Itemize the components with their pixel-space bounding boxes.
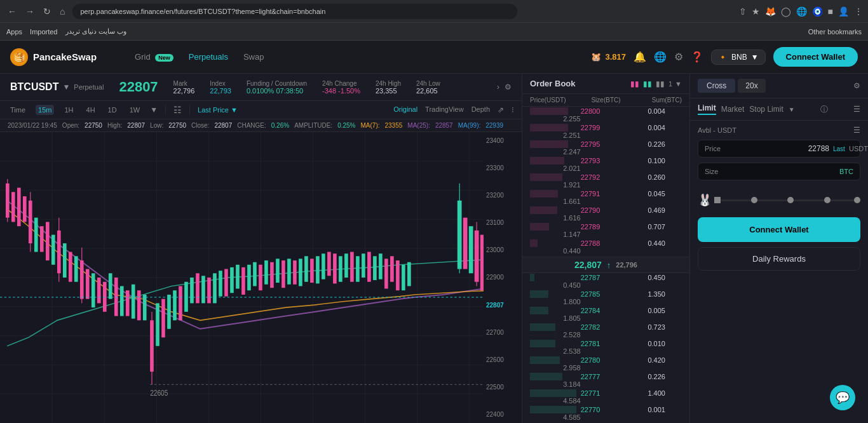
cross-margin-btn[interactable]: Cross [698,79,735,93]
sell-order-row[interactable]: 22790 0.469 1.616 [522,206,689,222]
timeframe-15m[interactable]: 15m [36,105,54,115]
pair-selector[interactable]: BTCUSDT ▼ Perpetual [10,81,104,93]
logo[interactable]: 🥞 PancakeSwap [10,48,97,66]
limit-tab[interactable]: Limit [698,104,716,115]
sell-order-row[interactable]: 22791 0.045 1.661 [522,189,689,206]
address-bar[interactable]: perp.pancakeswap.finance/en/futures/BTCU… [72,4,517,19]
slider-thumb-25[interactable] [751,197,757,203]
ob-view2-icon[interactable]: ▮▮ [643,79,652,88]
farsi-bookmark[interactable]: وب سایت دنیای تریدر [65,27,126,36]
score-value: 3.817 [605,52,626,62]
view-original[interactable]: Original [393,105,417,114]
other-bookmarks[interactable]: Other bookmarks [808,28,862,36]
nav-swap[interactable]: Swap [243,52,264,62]
layout-icon[interactable]: ■ [828,6,833,17]
slider-thumb-75[interactable] [824,197,831,203]
view-tradingview[interactable]: TradingView [425,105,464,114]
connect-wallet-header-button[interactable]: Connect Wallet [773,47,858,67]
menu-icon[interactable]: ⋮ [854,6,863,17]
stop-limit-tab[interactable]: Stop Limit [749,105,783,114]
buy-order-row[interactable]: 22770 0.001 4.585 [522,405,689,422]
ob-view1-icon[interactable]: ▮▮ [630,79,639,88]
slider-thumb-100[interactable] [854,197,860,203]
timeframe-1d[interactable]: 1D [105,105,119,115]
price-input[interactable] [734,144,829,153]
order-type-chevron[interactable]: ▼ [789,106,795,113]
chart-area[interactable]: 22605 [0,132,522,423]
sell-order-row[interactable]: 22800 0.004 2.255 [522,107,689,123]
buy-order-row[interactable]: 22785 1.350 1.800 [522,290,689,306]
expand-chart-icon[interactable]: ⇗ [498,105,504,114]
buy-order-row[interactable]: 22787 0.450 0.450 [522,273,689,290]
chat-button[interactable]: 💬 [830,385,855,410]
ob-view3-icon[interactable]: ▮▮ [656,79,665,88]
bnb-selector[interactable]: 🔸 BNB ▼ [711,50,766,65]
size-input[interactable] [734,167,831,176]
chrome-icon[interactable]: ◯ [781,6,791,17]
settings-icon[interactable]: ⚙ [674,51,683,63]
daily-rewards-button[interactable]: Daily Rewards [698,247,860,271]
buy-order-row[interactable]: 22780 0.420 2.958 [522,356,689,372]
buy-order-row[interactable]: 22777 0.226 3.184 [522,372,689,389]
avbl-label: Avbl - USDT [698,126,736,134]
slider-thumb-0[interactable] [714,197,721,203]
star-icon[interactable]: ★ [752,6,760,17]
back-btn[interactable]: ← [5,5,19,18]
buy-order-row[interactable]: 22784 0.005 1.805 [522,306,689,323]
refresh-btn[interactable]: ↻ [41,5,53,18]
timeframe-4h[interactable]: 4H [84,105,98,115]
leverage-slider[interactable]: 🐰 [698,193,860,207]
puzzle-icon[interactable]: 🧿 [812,6,823,17]
sell-order-row[interactable]: 22788 0.440 0.440 [522,239,689,255]
order-info-icon[interactable]: ⓘ [820,104,828,115]
trading-settings-icon[interactable]: ⚙ [853,81,860,90]
timeframe-1w[interactable]: 1W [127,105,143,115]
change-label: CHANGE: [237,122,266,129]
order-extra-icon[interactable]: ☰ [853,105,860,114]
forward-btn[interactable]: → [23,5,37,18]
fox-icon[interactable]: 🦊 [765,6,776,17]
imported-bookmark[interactable]: Imported [30,28,57,36]
buy-order-row[interactable]: 22771 1.400 4.584 [522,389,689,405]
bell-icon[interactable]: 🔔 [634,51,646,63]
globe-nav-icon[interactable]: 🌐 [654,51,667,63]
ob-selector[interactable]: 1 ▼ [668,80,682,88]
svg-rect-84 [344,253,348,278]
svg-rect-59 [201,276,205,303]
help-icon[interactable]: ❓ [691,51,703,63]
buy-order-row[interactable]: 22781 0.010 2.538 [522,339,689,356]
connect-wallet-trade-button[interactable]: Connect Wallet [698,217,860,242]
ticker-expand-icon[interactable]: › [497,83,499,91]
chart-type-icon[interactable]: ☷ [173,105,182,115]
last-price-btn[interactable]: Last Price ▼ [198,106,238,114]
chart-toolbar: Time 15m 1H 4H 1D 1W ▼ ☷ Last Price ▼ Or… [0,101,522,119]
slider-track[interactable] [714,199,860,201]
avatar-icon[interactable]: 👤 [838,6,849,17]
buy-order-row[interactable]: 22782 0.723 2.528 [522,323,689,339]
leverage-btn[interactable]: 20x [738,79,765,93]
svg-rect-40 [109,273,112,299]
share-icon[interactable]: ⇧ [739,6,747,17]
slider-thumb-50[interactable] [787,197,794,203]
ticker-settings-icon[interactable]: ⚙ [505,83,512,91]
home-btn[interactable]: ⌂ [57,5,67,18]
sell-order-row[interactable]: 22792 0.260 1.921 [522,173,689,189]
sell-order-row[interactable]: 22795 0.226 2.247 [522,140,689,156]
ma25-label: MA(25): [407,122,430,129]
avbl-icon[interactable]: ☰ [853,126,860,135]
globe-icon[interactable]: 🌐 [796,6,807,17]
timeframe-1h[interactable]: 1H [62,105,76,115]
sell-order-row[interactable]: 22799 0.004 2.251 [522,123,689,140]
apps-bookmark[interactable]: Apps [6,28,22,36]
nav-grid[interactable]: Grid New [135,52,173,62]
market-tab[interactable]: Market [721,105,745,114]
timeframe-more[interactable]: ▼ [150,105,158,114]
size-input-group[interactable]: Size BTC [698,163,860,180]
svg-rect-81 [327,252,331,276]
price-input-group[interactable]: Price Last USDT [698,140,860,158]
sell-order-row[interactable]: 22793 0.100 2.021 [522,156,689,173]
sell-order-row[interactable]: 22789 0.707 1.147 [522,222,689,239]
view-depth[interactable]: Depth [471,105,490,114]
grid-layout-icon[interactable]: ⁝ [512,105,514,114]
nav-perpetuals[interactable]: Perpetuals [189,52,228,62]
